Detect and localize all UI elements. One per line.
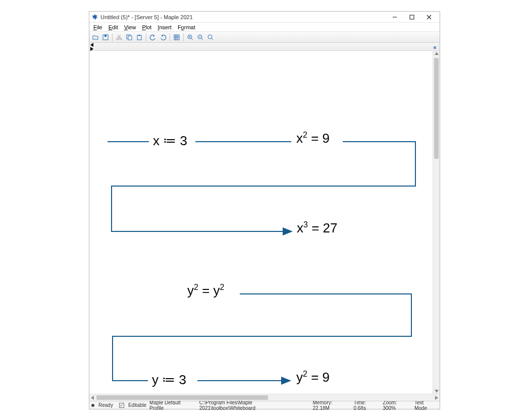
flow-arrow-2 <box>89 51 433 394</box>
expr-y-sq-eq[interactable]: y2 = y2 <box>187 283 224 298</box>
status-mode[interactable]: Text Mode <box>414 400 438 411</box>
save-icon[interactable] <box>100 33 111 42</box>
menu-format[interactable]: Format <box>175 24 198 31</box>
status-zoom[interactable]: Zoom: 300% <box>383 400 411 411</box>
menu-bar: File Edit View Plot Insert Format <box>89 23 440 32</box>
zoom-fit-icon[interactable] <box>205 33 216 42</box>
svg-rect-1 <box>410 15 414 19</box>
svg-point-26 <box>208 35 212 39</box>
content-area: x ≔ 3 x2 = 9 x3 = 27 y2 = y2 y ≔ 3 y2 = … <box>89 51 440 394</box>
menu-insert[interactable]: Insert <box>154 24 175 31</box>
scroll-thumb-horizontal[interactable] <box>96 395 268 400</box>
svg-rect-14 <box>174 35 179 40</box>
app-window: Untitled (5)* - [Server 5] - Maple 2021 … <box>89 11 440 409</box>
zoom-in-icon[interactable] <box>185 33 195 42</box>
expr-text: x ≔ 3 <box>153 133 187 148</box>
close-button[interactable] <box>420 12 438 23</box>
scroll-left-icon[interactable] <box>91 396 94 400</box>
status-profile: Maple Default Profile <box>149 400 196 411</box>
paste-icon[interactable] <box>134 33 144 42</box>
titlebar: Untitled (5)* - [Server 5] - Maple 2021 <box>89 12 440 23</box>
svg-rect-11 <box>128 36 132 40</box>
cut-icon[interactable] <box>114 33 124 42</box>
svg-rect-5 <box>104 35 107 37</box>
menu-plot[interactable]: Plot <box>139 24 154 31</box>
zoom-out-icon[interactable] <box>195 33 205 42</box>
svg-line-27 <box>211 38 213 40</box>
svg-point-6 <box>117 38 119 40</box>
app-logo-icon <box>91 14 98 21</box>
undo-icon[interactable] <box>148 33 158 42</box>
collapse-panel-button[interactable]: « <box>433 44 437 51</box>
editable-checkbox[interactable]: ✓ <box>119 403 124 408</box>
maximize-button[interactable] <box>403 12 420 23</box>
status-ready: Ready <box>98 402 113 408</box>
status-path: C:\Program Files\Maple 2021\toolbox\Whit… <box>199 400 310 411</box>
status-memory: Memory: 22.18M <box>313 400 351 411</box>
horizontal-scrollbar[interactable] <box>89 394 440 401</box>
menu-edit[interactable]: Edit <box>105 24 121 31</box>
status-time: Time: 0.68s <box>353 400 380 411</box>
expr-text: y ≔ 3 <box>152 372 186 387</box>
status-bar: Ready ✓ Editable Maple Default Profile C… <box>89 401 440 409</box>
svg-line-24 <box>201 38 203 40</box>
open-icon[interactable] <box>90 33 100 42</box>
expr-y-assign[interactable]: y ≔ 3 <box>152 372 186 388</box>
svg-rect-13 <box>138 35 140 36</box>
expr-y-sq-result[interactable]: y2 = 9 <box>296 370 330 385</box>
svg-line-9 <box>118 35 120 38</box>
scroll-right-icon[interactable] <box>435 396 438 400</box>
whiteboard-canvas[interactable]: x ≔ 3 x2 = 9 x3 = 27 y2 = y2 y ≔ 3 y2 = … <box>89 51 433 394</box>
svg-line-20 <box>191 38 193 40</box>
vertical-scrollbar[interactable] <box>433 51 440 394</box>
copy-icon[interactable] <box>124 33 134 42</box>
toolbar <box>89 32 440 43</box>
menu-file[interactable]: File <box>90 24 105 31</box>
menu-view[interactable]: View <box>121 24 139 31</box>
scroll-thumb-vertical[interactable] <box>434 58 439 159</box>
status-dot-icon <box>91 404 94 407</box>
flow-arrow-1 <box>89 51 433 394</box>
svg-point-7 <box>120 38 122 40</box>
status-editable: Editable <box>128 402 146 408</box>
svg-marker-30 <box>283 227 293 235</box>
minimize-button[interactable] <box>386 12 403 23</box>
window-title: Untitled (5)* - [Server 5] - Maple 2021 <box>100 14 193 20</box>
expr-x-assign[interactable]: x ≔ 3 <box>153 133 187 149</box>
scroll-down-icon[interactable] <box>435 390 439 393</box>
scroll-up-icon[interactable] <box>435 52 439 55</box>
gutter-marker-bottom-icon[interactable] <box>90 47 93 51</box>
svg-marker-32 <box>281 377 291 385</box>
svg-rect-12 <box>137 35 141 40</box>
redo-icon[interactable] <box>158 33 168 42</box>
expr-x-sq[interactable]: x2 = 9 <box>296 131 330 146</box>
grid-icon[interactable] <box>172 33 182 42</box>
ruler-row: « <box>89 43 440 51</box>
expr-x-cubed[interactable]: x3 = 27 <box>297 220 337 236</box>
svg-line-8 <box>118 35 121 38</box>
gutter-marker-top-icon[interactable] <box>90 43 93 47</box>
